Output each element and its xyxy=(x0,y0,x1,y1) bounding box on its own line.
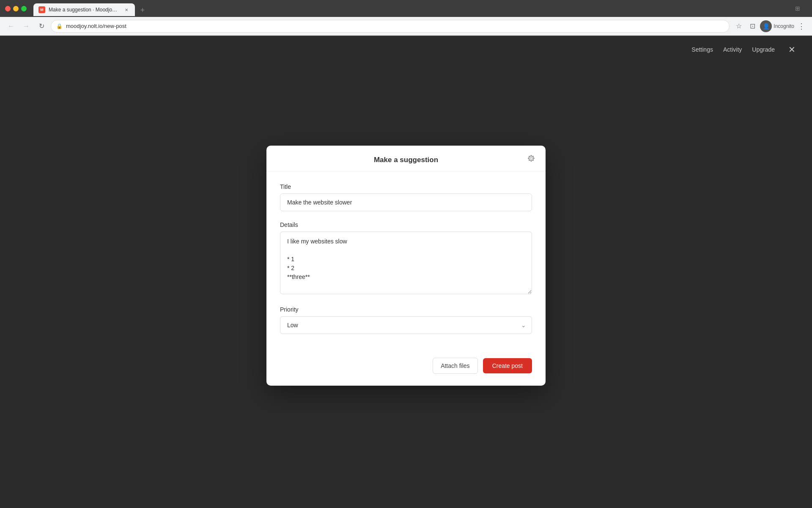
page-content: Settings Activity Upgrade ✕ Make a sugge… xyxy=(0,36,812,495)
close-window-button[interactable] xyxy=(5,6,11,11)
modal-header: Make a suggestion xyxy=(266,146,546,171)
lock-icon: 🔒 xyxy=(56,23,63,29)
incognito-label: Incognito xyxy=(774,23,794,29)
details-textarea[interactable] xyxy=(280,232,532,294)
tab-close-button[interactable]: ✕ xyxy=(123,6,130,13)
details-form-group: Details xyxy=(280,221,532,296)
extensions-button[interactable]: ⊞ xyxy=(792,3,804,14)
modal-settings-button[interactable] xyxy=(525,152,537,164)
browser-menu-button[interactable]: ⋮ xyxy=(796,20,807,33)
browser-toolbar: ← → ↻ 🔒 ☆ ⊡ 👤 Incognito ⋮ xyxy=(0,17,812,36)
new-tab-button[interactable]: + xyxy=(137,4,148,16)
address-bar-input[interactable] xyxy=(66,23,724,29)
priority-label: Priority xyxy=(280,306,532,313)
gear-icon xyxy=(528,155,535,162)
tab-favicon: M xyxy=(38,6,45,13)
title-input[interactable] xyxy=(280,193,532,211)
profile-icon: 👤 xyxy=(763,23,770,30)
profile-button[interactable]: 👤 xyxy=(760,20,772,32)
attach-files-button[interactable]: Attach files xyxy=(433,358,477,374)
suggestion-modal: Make a suggestion Title Details xyxy=(266,146,546,386)
priority-select[interactable]: Low Medium High xyxy=(280,316,532,334)
priority-form-group: Priority Low Medium High ⌄ xyxy=(280,306,532,334)
forward-button[interactable]: → xyxy=(20,20,32,32)
minimize-window-button[interactable] xyxy=(13,6,19,11)
bookmark-button[interactable]: ☆ xyxy=(733,20,745,32)
title-label: Title xyxy=(280,183,532,190)
browser-titlebar: M Make a suggestion · Moodjoy F… ✕ + ⊞ xyxy=(0,0,812,17)
reload-button[interactable]: ↻ xyxy=(36,20,47,32)
priority-select-wrapper: Low Medium High ⌄ xyxy=(280,316,532,334)
modal-footer: Attach files Create post xyxy=(266,358,546,386)
create-post-button[interactable]: Create post xyxy=(483,358,532,373)
address-bar-container: 🔒 xyxy=(51,20,730,33)
browser-chrome: M Make a suggestion · Moodjoy F… ✕ + ⊞ ←… xyxy=(0,0,812,36)
back-button[interactable]: ← xyxy=(5,20,17,32)
modal-overlay: Make a suggestion Title Details xyxy=(0,36,812,495)
modal-title: Make a suggestion xyxy=(374,156,438,164)
tab-bar: M Make a suggestion · Moodjoy F… ✕ + xyxy=(33,1,788,16)
active-tab[interactable]: M Make a suggestion · Moodjoy F… ✕ xyxy=(33,3,135,16)
traffic-lights xyxy=(5,6,27,11)
maximize-window-button[interactable] xyxy=(21,6,27,11)
tab-title: Make a suggestion · Moodjoy F… xyxy=(49,7,120,13)
toolbar-right: ☆ ⊡ 👤 Incognito ⋮ xyxy=(733,20,807,33)
title-form-group: Title xyxy=(280,183,532,211)
cast-button[interactable]: ⊡ xyxy=(746,20,758,32)
details-label: Details xyxy=(280,221,532,228)
modal-body: Title Details Priority Low Medium Hi xyxy=(266,171,546,358)
